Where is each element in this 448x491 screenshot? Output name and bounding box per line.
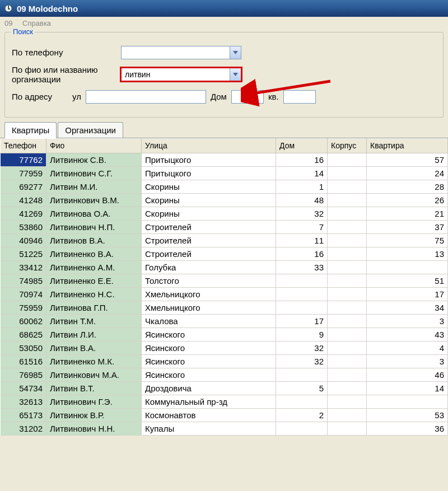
input-by-phone[interactable] xyxy=(122,48,230,57)
cell[interactable]: Чкалова xyxy=(142,314,276,328)
cell[interactable] xyxy=(328,314,367,328)
cell[interactable]: 24 xyxy=(367,166,448,180)
cell[interactable]: 3 xyxy=(367,314,448,328)
cell[interactable]: 68625 xyxy=(1,328,46,341)
cell[interactable]: 37 xyxy=(367,220,448,233)
cell[interactable] xyxy=(328,260,367,274)
cell[interactable]: Литвин М.И. xyxy=(46,180,142,193)
cell[interactable] xyxy=(276,301,328,314)
combo-by-phone[interactable] xyxy=(121,46,241,59)
dropdown-phone-btn[interactable] xyxy=(230,46,241,59)
input-house[interactable] xyxy=(231,90,264,104)
cell[interactable]: Литвинова Г.П. xyxy=(46,301,142,314)
table-row[interactable]: 77762Литвинюк С.В.Притыцкого1657 xyxy=(1,153,448,166)
cell[interactable]: Дроздовича xyxy=(142,381,276,395)
cell[interactable] xyxy=(328,422,367,435)
cell[interactable]: Литвинович Н.П. xyxy=(46,220,142,233)
cell[interactable]: Ясинского xyxy=(142,328,276,341)
col-fio[interactable]: Фио xyxy=(46,138,142,153)
cell[interactable]: Литвинкович В.М. xyxy=(46,193,142,207)
cell[interactable]: 69277 xyxy=(1,180,46,193)
col-korpus[interactable]: Корпус xyxy=(328,138,367,153)
cell[interactable]: 17 xyxy=(276,314,328,328)
col-house[interactable]: Дом xyxy=(276,138,328,153)
cell[interactable]: 21 xyxy=(367,207,448,220)
cell[interactable]: 61516 xyxy=(1,354,46,368)
cell[interactable]: 48 xyxy=(276,193,328,207)
cell[interactable] xyxy=(328,381,367,395)
cell[interactable] xyxy=(328,368,367,381)
cell[interactable]: 32 xyxy=(276,354,328,368)
cell[interactable]: Литвинюк С.В. xyxy=(46,153,142,166)
cell[interactable]: 2 xyxy=(276,408,328,422)
cell[interactable]: Ясинского xyxy=(142,368,276,381)
table-row[interactable]: 31202Литвинович Н.Н.Купалы36 xyxy=(1,422,448,435)
cell[interactable]: 51225 xyxy=(1,247,46,260)
cell[interactable]: 65173 xyxy=(1,408,46,422)
cell[interactable]: Строителей xyxy=(142,247,276,260)
cell[interactable]: 57 xyxy=(367,153,448,166)
cell[interactable]: 53860 xyxy=(1,220,46,233)
table-row[interactable]: 65173Литвинюк В.Р.Космонавтов253 xyxy=(1,408,448,422)
cell[interactable]: Литвиненко Н.С. xyxy=(46,287,142,301)
cell[interactable]: Космонавтов xyxy=(142,408,276,422)
cell[interactable]: 14 xyxy=(367,381,448,395)
table-row[interactable]: 74985Литвиненко Е.Е.Толстого51 xyxy=(1,274,448,287)
cell[interactable]: 9 xyxy=(276,328,328,341)
table-row[interactable]: 60062Литвин Т.М.Чкалова173 xyxy=(1,314,448,328)
cell[interactable] xyxy=(276,368,328,381)
dropdown-name-btn[interactable] xyxy=(230,68,241,81)
table-row[interactable]: 40946Литвинов В.А.Строителей1175 xyxy=(1,233,448,247)
cell[interactable] xyxy=(328,207,367,220)
cell[interactable]: Скорины xyxy=(142,180,276,193)
cell[interactable] xyxy=(328,233,367,247)
cell[interactable]: 53 xyxy=(367,408,448,422)
cell[interactable]: Голубка xyxy=(142,260,276,274)
table-row[interactable]: 69277Литвин М.И.Скорины128 xyxy=(1,180,448,193)
cell[interactable]: 54734 xyxy=(1,381,46,395)
cell[interactable]: 17 xyxy=(367,287,448,301)
cell[interactable]: 5 xyxy=(276,381,328,395)
cell[interactable]: Литвинович С.Г. xyxy=(46,166,142,180)
cell[interactable]: 75 xyxy=(367,233,448,247)
cell[interactable]: 16 xyxy=(276,247,328,260)
cell[interactable]: Толстого xyxy=(142,274,276,287)
col-tel[interactable]: Телефон xyxy=(1,138,46,153)
table-row[interactable]: 33412Литвиненко А.М.Голубка33 xyxy=(1,260,448,274)
cell[interactable] xyxy=(328,287,367,301)
cell[interactable]: 77762 xyxy=(1,153,46,166)
cell[interactable]: Скорины xyxy=(142,193,276,207)
cell[interactable]: 16 xyxy=(276,153,328,166)
table-row[interactable]: 77959Литвинович С.Г.Притыцкого1424 xyxy=(1,166,448,180)
cell[interactable]: Хмельницкого xyxy=(142,287,276,301)
cell[interactable]: 26 xyxy=(367,193,448,207)
cell[interactable]: Притыцкого xyxy=(142,153,276,166)
cell[interactable]: Литвинов В.А. xyxy=(46,233,142,247)
cell[interactable] xyxy=(328,354,367,368)
cell[interactable]: Литвин В.Т. xyxy=(46,381,142,395)
col-flat[interactable]: Квартира xyxy=(367,138,448,153)
cell[interactable]: Литвинович Н.Н. xyxy=(46,422,142,435)
cell[interactable]: Коммунальный пр-зд xyxy=(142,395,276,408)
input-by-name[interactable] xyxy=(122,70,230,79)
cell[interactable] xyxy=(367,395,448,408)
cell[interactable]: Литвинович Г.Э. xyxy=(46,395,142,408)
cell[interactable] xyxy=(328,341,367,354)
cell[interactable] xyxy=(276,287,328,301)
input-flat[interactable] xyxy=(283,90,316,104)
cell[interactable]: 40946 xyxy=(1,233,46,247)
cell[interactable]: 43 xyxy=(367,328,448,341)
table-row[interactable]: 76985Литвинкович М.А.Ясинского46 xyxy=(1,368,448,381)
cell[interactable]: Литвин Т.М. xyxy=(46,314,142,328)
cell[interactable]: Купалы xyxy=(142,422,276,435)
table-row[interactable]: 41269Литвинова О.А.Скорины3221 xyxy=(1,207,448,220)
tab-organizations[interactable]: Организации xyxy=(58,122,123,138)
cell[interactable]: 77959 xyxy=(1,166,46,180)
table-row[interactable]: 41248Литвинкович В.М.Скорины4826 xyxy=(1,193,448,207)
cell[interactable] xyxy=(328,395,367,408)
cell[interactable]: Строителей xyxy=(142,233,276,247)
cell[interactable]: 13 xyxy=(367,247,448,260)
cell[interactable]: 4 xyxy=(367,341,448,354)
cell[interactable] xyxy=(328,301,367,314)
cell[interactable] xyxy=(328,220,367,233)
